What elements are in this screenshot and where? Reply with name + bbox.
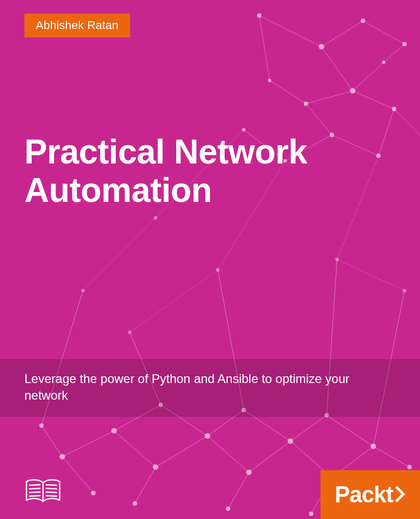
svg-line-85 [30,496,40,496]
svg-point-20 [350,88,355,93]
publisher-name: Packt [335,482,393,508]
network-graph-icon [0,0,420,519]
svg-point-68 [205,433,210,439]
svg-line-4 [353,91,394,109]
svg-line-9 [353,62,384,91]
svg-point-81 [39,424,44,428]
svg-point-69 [246,470,251,475]
svg-point-66 [111,428,117,433]
svg-line-0 [259,16,321,47]
svg-line-83 [30,488,40,489]
svg-point-17 [319,44,324,49]
svg-point-23 [268,79,271,82]
svg-line-89 [46,496,57,496]
svg-line-3 [363,21,404,44]
svg-point-79 [226,507,230,511]
svg-point-21 [392,107,396,111]
svg-point-36 [216,268,219,271]
svg-point-24 [382,61,385,64]
svg-line-33 [130,270,218,332]
svg-point-80 [309,512,313,516]
svg-point-37 [335,258,339,261]
book-icon [24,477,62,504]
svg-point-35 [154,216,157,220]
svg-point-39 [128,331,131,334]
publisher-badge: Packt [320,470,420,519]
svg-line-45 [249,441,290,472]
svg-point-73 [408,465,412,469]
svg-line-7 [259,16,270,80]
svg-point-72 [371,444,376,449]
svg-line-82 [30,485,40,485]
svg-line-55 [62,457,93,493]
svg-line-41 [62,431,114,457]
svg-point-67 [153,465,158,470]
svg-line-32 [83,218,156,291]
svg-point-22 [304,102,308,106]
svg-point-18 [361,19,365,23]
subtitle-band: Leverage the power of Python and Ansible… [0,359,420,417]
svg-line-84 [30,492,40,493]
svg-line-1 [321,21,363,47]
svg-point-77 [91,491,95,495]
author-tag: Abhishek Ratan [24,13,130,37]
svg-line-5 [306,91,353,104]
svg-point-19 [402,42,407,46]
svg-line-42 [114,431,156,467]
subtitle-text: Leverage the power of Python and Ansible… [24,371,377,404]
svg-line-6 [270,80,306,104]
svg-line-54 [327,415,373,446]
svg-line-11 [306,104,332,135]
book-title: Practical Network Automation [24,133,399,210]
svg-line-56 [135,467,156,503]
svg-point-40 [403,289,406,292]
svg-point-70 [288,439,293,444]
svg-line-8 [394,109,420,135]
svg-point-38 [81,289,85,292]
author-name: Abhishek Ratan [36,19,119,32]
svg-line-53 [290,415,327,441]
svg-point-16 [257,13,261,18]
svg-point-28 [242,128,245,131]
chevron-right-icon [394,486,405,504]
svg-line-57 [228,472,249,509]
svg-line-43 [156,436,207,467]
svg-line-34 [337,260,404,291]
svg-line-63 [41,426,62,457]
svg-line-87 [46,488,57,489]
svg-line-10 [384,44,404,62]
svg-line-86 [46,485,57,485]
svg-line-44 [207,436,249,472]
svg-point-65 [60,454,65,459]
svg-line-88 [46,492,57,493]
svg-line-48 [373,446,410,467]
svg-line-2 [321,47,353,91]
svg-point-78 [133,501,137,506]
